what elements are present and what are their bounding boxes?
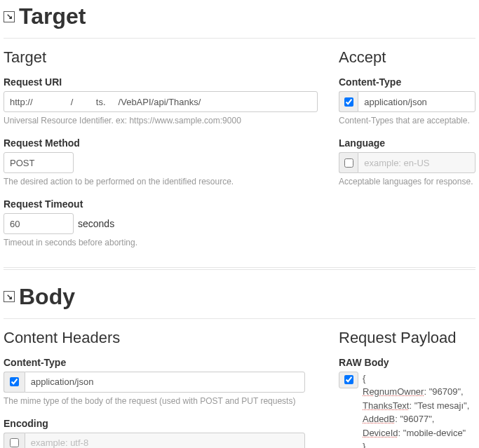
target-section-title: Target bbox=[4, 4, 475, 29]
accept-content-type-help: Content-Types that are acceptable. bbox=[339, 115, 475, 126]
body-title-text: Body bbox=[19, 284, 75, 310]
body-content-type-input[interactable] bbox=[25, 372, 305, 393]
request-timeout-input[interactable] bbox=[4, 213, 74, 234]
accept-language-help: Acceptable languages for response. bbox=[339, 176, 475, 187]
accept-content-type-check-addon bbox=[339, 91, 358, 112]
body-content-type-help: The mime type of the body of the request… bbox=[4, 395, 318, 407]
body-content-type-checkbox[interactable] bbox=[10, 377, 19, 386]
divider bbox=[4, 269, 475, 270]
body-content-type-label: Content-Type bbox=[4, 357, 318, 368]
accept-content-type-input[interactable] bbox=[358, 91, 475, 112]
body-left-column: Content Headers Content-Type The mime ty… bbox=[4, 329, 318, 448]
encoding-checkbox[interactable] bbox=[10, 438, 19, 447]
accept-language-checkbox[interactable] bbox=[344, 158, 353, 168]
request-timeout-label: Request Timeout bbox=[4, 198, 318, 210]
encoding-label: Encoding bbox=[4, 418, 318, 429]
raw-body-checkbox[interactable] bbox=[344, 375, 353, 384]
collapse-icon[interactable] bbox=[4, 11, 15, 22]
body-section-title: Body bbox=[4, 284, 475, 310]
request-method-input[interactable] bbox=[4, 152, 74, 173]
target-left-column: Target Request URI Universal Resource Id… bbox=[4, 48, 318, 260]
raw-body-content[interactable]: {RegnumOwner: "96709",ThanksText: "Test … bbox=[363, 372, 469, 448]
request-method-label: Request Method bbox=[4, 137, 318, 149]
accept-language-check-addon bbox=[339, 152, 358, 173]
request-timeout-help: Timeout in seconds before aborting. bbox=[4, 237, 318, 248]
encoding-check-addon bbox=[4, 433, 25, 448]
request-uri-input[interactable] bbox=[4, 91, 318, 112]
accept-language-input[interactable] bbox=[358, 152, 475, 173]
divider bbox=[4, 38, 475, 39]
request-payload-heading: Request Payload bbox=[339, 329, 475, 347]
raw-body-check-addon bbox=[339, 372, 358, 388]
target-heading: Target bbox=[4, 48, 318, 67]
target-right-column: Accept Content-Type Content-Types that a… bbox=[339, 48, 475, 260]
encoding-input[interactable] bbox=[25, 433, 305, 448]
accept-heading: Accept bbox=[339, 48, 475, 67]
request-method-help: The desired action to be performed on th… bbox=[4, 176, 318, 187]
timeout-unit-label: seconds bbox=[78, 218, 114, 229]
accept-language-label: Language bbox=[339, 137, 475, 149]
divider bbox=[4, 267, 475, 268]
body-right-column: Request Payload RAW Body {RegnumOwner: "… bbox=[339, 329, 475, 448]
raw-body-label: RAW Body bbox=[339, 357, 475, 368]
collapse-icon[interactable] bbox=[4, 291, 15, 302]
target-title-text: Target bbox=[19, 4, 86, 29]
request-uri-help: Universal Resource Identifier. ex: https… bbox=[4, 115, 318, 126]
divider bbox=[4, 318, 475, 319]
body-content-type-check-addon bbox=[4, 372, 25, 393]
content-headers-heading: Content Headers bbox=[4, 329, 318, 347]
accept-content-type-label: Content-Type bbox=[339, 76, 475, 88]
request-uri-label: Request URI bbox=[4, 76, 318, 88]
accept-content-type-checkbox[interactable] bbox=[344, 97, 353, 107]
